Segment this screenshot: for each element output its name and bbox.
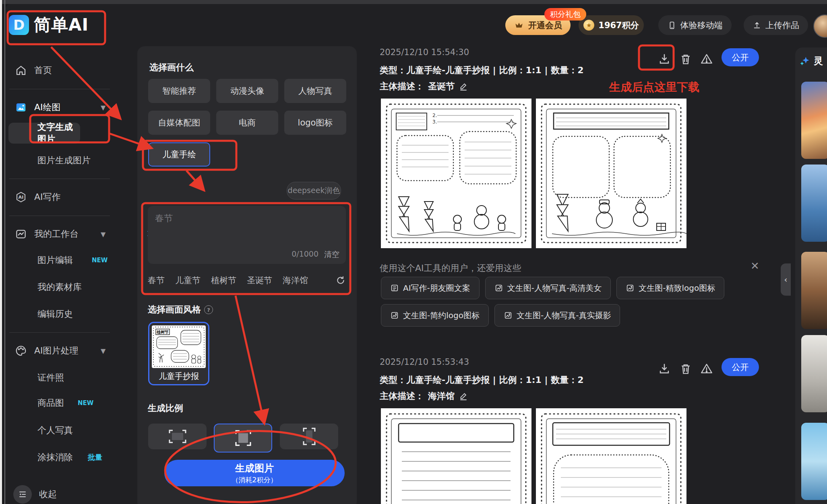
question-icon[interactable]: ? xyxy=(204,305,213,314)
suggestion-chip[interactable]: 儿童节 xyxy=(175,275,201,286)
inspiration-thumb[interactable] xyxy=(801,82,827,159)
category-smart[interactable]: 智能推荐 xyxy=(148,79,210,103)
category-logo[interactable]: logo图标 xyxy=(284,111,346,135)
trash-icon[interactable] xyxy=(679,52,693,66)
svg-text:2.: 2. xyxy=(432,113,437,118)
clear-button[interactable]: 清空 xyxy=(324,249,339,260)
points-gift-badge[interactable]: 积分礼包 xyxy=(544,8,586,21)
sidebar-item-label: 涂抹消除 xyxy=(37,451,73,463)
app-logo[interactable]: D 简单AI xyxy=(9,14,89,36)
category-ecommerce[interactable]: 电商 xyxy=(216,111,278,135)
ratio-landscape-button[interactable] xyxy=(148,424,207,449)
sidebar-item-product-image[interactable]: 商品图 NEW xyxy=(2,393,119,413)
inspiration-thumb[interactable] xyxy=(801,252,827,329)
upload-work-button[interactable]: 上传作品 xyxy=(744,15,808,35)
report-icon[interactable] xyxy=(700,362,713,376)
sidebar-item-text2image[interactable]: 文字生成图片 xyxy=(8,123,80,144)
sidebar-item-label: 商品图 xyxy=(37,397,64,409)
char-counter: 0/1000 清空 xyxy=(292,249,339,260)
sidebar-item-label: AI写作 xyxy=(34,191,61,203)
collapse-label: 收起 xyxy=(39,488,57,500)
section-title-ratio: 生成比例 xyxy=(148,402,183,414)
new-badge: NEW xyxy=(78,399,93,407)
palette-icon xyxy=(15,345,27,357)
suggestion-chip[interactable]: 植树节 xyxy=(211,275,236,286)
ratio-square-button[interactable] xyxy=(214,424,272,453)
credits-label: 1967积分 xyxy=(598,20,639,31)
inspiration-thumb[interactable] xyxy=(801,423,827,500)
edit-pencil-icon[interactable] xyxy=(459,391,468,401)
sidebar-collapse-button[interactable]: 收起 xyxy=(13,485,57,504)
suggestion-chip[interactable]: 圣诞节 xyxy=(247,275,272,286)
ratio-portrait-icon xyxy=(301,427,317,446)
refresh-icon[interactable] xyxy=(335,275,346,286)
new-badge: NEW xyxy=(92,257,108,264)
sidebar-item-portrait[interactable]: 个人写真 xyxy=(2,420,119,441)
chevron-down-icon: ▼ xyxy=(101,230,105,238)
sidebar-item-label: 个人写真 xyxy=(37,424,73,436)
category-portrait[interactable]: 人物写真 xyxy=(284,79,346,103)
result-meta: 类型：儿童手绘-儿童手抄报 | 比例：1:1 | 数量：2 xyxy=(380,64,584,76)
publish-button[interactable]: 公开 xyxy=(722,48,759,66)
vip-label: 开通会员 xyxy=(528,20,562,31)
desc-label: 主体描述： xyxy=(380,80,424,93)
divider xyxy=(9,216,110,216)
related-chip[interactable]: AI写作-朋友圈文案 xyxy=(381,277,480,299)
suggestion-chip[interactable]: 春节 xyxy=(148,275,165,286)
sidebar-item-ai-writing[interactable]: AI AI写作 xyxy=(2,187,119,208)
category-media[interactable]: 自媒体配图 xyxy=(148,111,210,135)
related-chip[interactable]: 文生图-简约logo图标 xyxy=(381,304,489,327)
suggestion-chip[interactable]: 海洋馆 xyxy=(283,275,308,286)
style-card-kids-newspaper[interactable]: 植树节 儿童手抄报 xyxy=(148,322,209,385)
ratio-portrait-button[interactable] xyxy=(280,424,338,449)
generated-image[interactable] xyxy=(536,99,686,248)
related-chip[interactable]: 文生图-精致logo图标 xyxy=(616,277,724,299)
divider xyxy=(9,179,110,179)
related-chip[interactable]: 文生图-人物写真-高清美女 xyxy=(485,277,611,299)
sidebar-item-edit-history[interactable]: 编辑历史 xyxy=(2,304,119,325)
mobile-app-button[interactable]: 体验移动端 xyxy=(658,15,732,35)
ai-draw-icon xyxy=(15,101,27,113)
sidebar-item-home[interactable]: 首页 xyxy=(2,60,119,81)
related-chip[interactable]: 文生图-人物写真-真实摄影 xyxy=(494,304,620,327)
sidebar-item-workspace[interactable]: 我的工作台 ▼ xyxy=(2,224,119,245)
strip-collapse-handle[interactable]: ‹ xyxy=(781,263,791,296)
workspace-icon xyxy=(15,228,27,240)
sidebar-item-my-assets[interactable]: 我的素材库 xyxy=(2,277,119,298)
report-icon[interactable] xyxy=(700,52,713,66)
download-icon[interactable] xyxy=(657,362,671,376)
generated-image[interactable] xyxy=(536,408,686,504)
divider xyxy=(9,89,110,89)
counter-value: 0/1000 xyxy=(292,249,318,260)
credits-button[interactable]: ★ 1967积分 xyxy=(579,15,644,35)
tool-image-icon xyxy=(390,311,399,320)
category-anime[interactable]: 动漫头像 xyxy=(216,79,278,103)
sidebar-item-label: 编辑历史 xyxy=(37,308,73,320)
generated-image[interactable] xyxy=(381,408,531,504)
trash-icon[interactable] xyxy=(679,362,693,376)
sidebar-item-image-edit[interactable]: 图片编辑 NEW xyxy=(2,250,119,271)
generated-image[interactable]: 2. 3. xyxy=(381,99,531,248)
sidebar-item-ai-draw[interactable]: AI绘图 ▼ xyxy=(2,97,119,118)
section-title-what: 选择画什么 xyxy=(149,62,194,74)
sidebar-item-image2image[interactable]: 图片生成图片 xyxy=(2,150,119,171)
generate-button[interactable]: 生成图片 （消耗2积分） xyxy=(164,460,345,486)
edit-pencil-icon[interactable] xyxy=(459,82,468,91)
sidebar-item-label: AI图片处理 xyxy=(34,345,79,357)
svg-text:AI: AI xyxy=(19,195,24,200)
tool-image-icon xyxy=(504,311,513,320)
inspiration-thumb[interactable] xyxy=(801,335,827,412)
close-icon[interactable]: ✕ xyxy=(751,261,759,271)
sidebar-item-ai-image-process[interactable]: AI图片处理 ▼ xyxy=(2,340,119,361)
window-top-edge xyxy=(2,0,827,4)
tool-write-icon xyxy=(390,284,399,292)
generate-label: 生成图片 xyxy=(235,462,274,475)
sidebar-item-id-photo[interactable]: 证件照 xyxy=(2,367,119,388)
publish-button[interactable]: 公开 xyxy=(722,358,759,376)
sidebar-item-erase[interactable]: 涂抹消除 批量 xyxy=(2,447,119,468)
download-icon[interactable] xyxy=(657,52,671,66)
deepseek-polish-button[interactable]: deepseek润色 xyxy=(287,182,341,200)
category-kids-drawing[interactable]: 儿童手绘 xyxy=(148,142,210,167)
inspiration-thumb[interactable] xyxy=(801,165,827,242)
result-description: 主体描述： 海洋馆 xyxy=(380,390,468,402)
